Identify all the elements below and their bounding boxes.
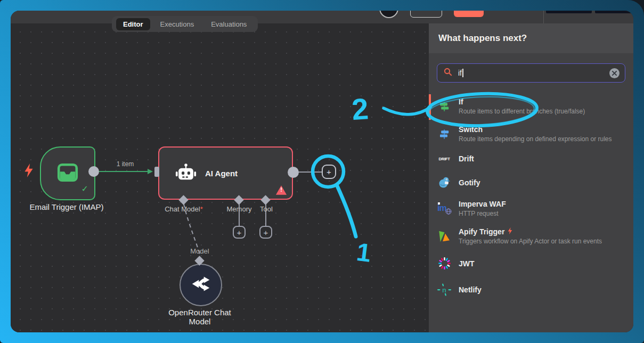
search-icon <box>444 68 452 78</box>
node-picker-panel: What happens next? if <box>429 23 633 332</box>
chat-model-port-label: Chat Model* <box>158 205 210 213</box>
search-input[interactable]: if <box>437 63 625 83</box>
apify-logo-icon <box>437 230 451 243</box>
if-signpost-icon <box>437 100 451 113</box>
apify-trigger-bolt-icon <box>508 227 512 236</box>
app-window: Editor Executions Evaluations ✓ <box>11 11 633 332</box>
jwt-logo-icon <box>437 257 451 270</box>
imperva-logo-icon: im <box>437 202 451 216</box>
node-item-netlify[interactable]: n Netlify <box>429 276 633 303</box>
node-item-apify-trigger[interactable]: Apify Trigger Triggers workflow on Apify… <box>429 223 633 251</box>
model-port-label: Model <box>184 247 216 255</box>
topbar-control-left[interactable] <box>546 11 592 13</box>
trigger-bolt-icon <box>24 164 34 179</box>
agent-input-handle[interactable] <box>154 167 159 177</box>
add-tool-button[interactable]: + <box>259 226 272 239</box>
connection-items-label: 1 item <box>109 160 141 168</box>
robot-icon <box>175 162 197 184</box>
node-item-if[interactable]: IfRoute items to different branches (tru… <box>429 93 633 121</box>
add-memory-button[interactable]: + <box>233 226 246 239</box>
netlify-logo-icon: n <box>437 283 451 297</box>
svg-text:n: n <box>442 286 446 294</box>
tab-evaluations[interactable]: Evaluations <box>204 18 254 30</box>
email-trigger-output-handle[interactable] <box>88 166 99 177</box>
node-item-switch[interactable]: SwitchRoute items depending on defined e… <box>429 121 633 149</box>
node-item-drift[interactable]: DRIFT Drift <box>429 148 633 169</box>
openrouter-model-node[interactable] <box>180 264 222 306</box>
search-value: if <box>458 69 462 77</box>
tab-executions[interactable]: Executions <box>153 18 201 30</box>
warning-icon: ! <box>275 185 287 195</box>
tool-port-label: Tool <box>253 205 280 213</box>
drift-logo-icon: DRIFT <box>437 157 451 161</box>
node-item-imperva-waf[interactable]: im Imperva WAFHTTP request <box>429 195 633 223</box>
hover-indicator <box>429 94 431 120</box>
node-item-jwt[interactable]: JWT <box>429 250 633 276</box>
memory-port-label: Memory <box>223 205 255 213</box>
secondary-action-button[interactable] <box>410 11 442 18</box>
topbar-control-right[interactable] <box>595 11 633 13</box>
switch-signpost-icon <box>437 128 451 141</box>
clear-search-button[interactable] <box>609 68 619 78</box>
view-tabs: Editor Executions Evaluations <box>112 16 258 32</box>
save-button[interactable] <box>454 11 484 17</box>
ai-agent-node[interactable]: AI Agent ! <box>158 146 293 200</box>
email-trigger-label: Email Trigger (IMAP) <box>13 202 120 211</box>
inbox-icon <box>56 161 79 186</box>
panel-title: What happens next? <box>429 23 633 53</box>
add-next-node-button[interactable]: + <box>322 165 336 179</box>
text-caret <box>462 69 463 77</box>
node-item-gotify[interactable]: Gotify <box>429 169 633 195</box>
openrouter-icon <box>190 273 211 297</box>
avatar[interactable] <box>379 11 398 18</box>
openrouter-model-label: OpenRouter Chat Model <box>146 308 253 326</box>
tab-editor[interactable]: Editor <box>116 18 150 30</box>
top-bar <box>11 11 633 23</box>
gotify-logo-icon <box>437 176 451 189</box>
ai-agent-title: AI Agent <box>205 169 238 178</box>
success-check-icon: ✓ <box>81 184 88 194</box>
ai-agent-output-handle[interactable] <box>288 167 299 178</box>
node-results-list: IfRoute items to different branches (tru… <box>429 93 633 303</box>
email-trigger-node[interactable]: ✓ <box>40 146 95 200</box>
screenshot-frame: Editor Executions Evaluations ✓ <box>0 0 644 343</box>
topbar-divider <box>543 11 544 23</box>
